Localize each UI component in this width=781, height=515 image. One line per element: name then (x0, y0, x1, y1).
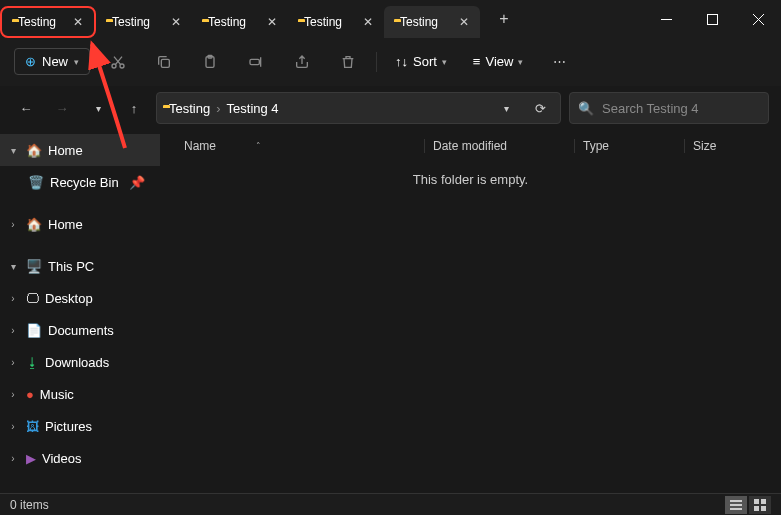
recent-button[interactable]: ▾ (84, 94, 112, 122)
sidebar-item-home-quick[interactable]: ▾ 🏠 Home (0, 134, 160, 166)
more-button[interactable]: ⋯ (541, 44, 577, 80)
tab-label: Testing (304, 15, 354, 29)
sidebar-item-label: Music (40, 387, 74, 402)
address-bar[interactable]: Testing › Testing 4 ▾ ⟳ (156, 92, 561, 124)
svg-rect-4 (161, 59, 169, 67)
close-icon[interactable]: ✕ (360, 14, 376, 30)
chevron-down-icon: ▾ (6, 145, 20, 156)
chevron-down-icon: ▾ (6, 261, 20, 272)
rename-button[interactable] (238, 44, 274, 80)
close-icon[interactable]: ✕ (456, 14, 472, 30)
sidebar-item-label: Downloads (45, 355, 109, 370)
col-label: Name (184, 139, 216, 153)
minimize-button[interactable] (643, 3, 689, 35)
col-type[interactable]: Type (574, 139, 684, 153)
svg-rect-14 (761, 506, 766, 511)
svg-rect-10 (730, 508, 742, 510)
search-input[interactable]: 🔍 Search Testing 4 (569, 92, 769, 124)
tab-2[interactable]: Testing ✕ (96, 6, 192, 38)
view-icon: ≡ (473, 54, 481, 69)
chevron-right-icon: › (6, 219, 20, 230)
sidebar-item-music[interactable]: › ● Music (0, 378, 160, 410)
svg-rect-8 (730, 500, 742, 502)
svg-rect-12 (761, 499, 766, 504)
sidebar-item-label: This PC (48, 259, 94, 274)
chevron-right-icon: › (6, 325, 20, 336)
sidebar-item-home[interactable]: › 🏠 Home (0, 208, 160, 240)
sort-button[interactable]: ↑↓ Sort ▾ (387, 49, 455, 74)
sort-label: Sort (413, 54, 437, 69)
close-button[interactable] (735, 3, 781, 35)
delete-button[interactable] (330, 44, 366, 80)
chevron-right-icon: › (216, 101, 220, 116)
sidebar-item-pictures[interactable]: › 🖼 Pictures (0, 410, 160, 442)
col-label: Type (583, 139, 609, 153)
pictures-icon: 🖼 (26, 419, 39, 434)
search-icon: 🔍 (578, 101, 594, 116)
sidebar-item-label: Documents (48, 323, 114, 338)
pc-icon: 🖥️ (26, 259, 42, 274)
chevron-right-icon: › (6, 357, 20, 368)
address-dropdown[interactable]: ▾ (492, 103, 520, 114)
sidebar-item-documents[interactable]: › 📄 Documents (0, 314, 160, 346)
svg-rect-11 (754, 499, 759, 504)
view-button[interactable]: ≡ View ▾ (465, 49, 532, 74)
up-button[interactable]: ↑ (120, 94, 148, 122)
share-button[interactable] (284, 44, 320, 80)
sort-asc-icon: ˄ (256, 141, 261, 151)
new-button[interactable]: ⊕ New ▾ (14, 48, 90, 75)
sidebar-item-label: Recycle Bin (50, 175, 119, 190)
crumb-1[interactable]: Testing (169, 101, 210, 116)
recycle-icon: 🗑️ (28, 175, 44, 190)
forward-button[interactable]: → (48, 94, 76, 122)
music-icon: ● (26, 387, 34, 402)
videos-icon: ▶ (26, 451, 36, 466)
cut-button[interactable] (100, 44, 136, 80)
home-icon: 🏠 (26, 217, 42, 232)
maximize-button[interactable] (689, 3, 735, 35)
status-bar: 0 items (0, 493, 781, 515)
tab-5[interactable]: Testing ✕ (384, 6, 480, 38)
window-controls (643, 3, 781, 35)
sidebar-item-label: Pictures (45, 419, 92, 434)
copy-button[interactable] (146, 44, 182, 80)
view-toggle (725, 496, 771, 514)
sidebar-item-videos[interactable]: › ▶ Videos (0, 442, 160, 474)
col-size[interactable]: Size (684, 139, 726, 153)
close-icon[interactable]: ✕ (264, 14, 280, 30)
col-date[interactable]: Date modified (424, 139, 574, 153)
paste-button[interactable] (192, 44, 228, 80)
crumb-2[interactable]: Testing 4 (227, 101, 279, 116)
icons-view-button[interactable] (749, 496, 771, 514)
tab-4[interactable]: Testing ✕ (288, 6, 384, 38)
new-tab-button[interactable]: + (488, 10, 520, 28)
tab-label: Testing (208, 15, 258, 29)
tab-3[interactable]: Testing ✕ (192, 6, 288, 38)
chevron-down-icon: ▾ (518, 57, 523, 67)
col-label: Size (693, 139, 716, 153)
col-label: Date modified (433, 139, 507, 153)
col-name[interactable]: Name ˄ (184, 139, 424, 153)
sidebar-item-label: Home (48, 217, 83, 232)
tab-label: Testing (400, 15, 450, 29)
sidebar-item-thispc[interactable]: ▾ 🖥️ This PC (0, 250, 160, 282)
column-headers: Name ˄ Date modified Type Size (160, 130, 781, 162)
sidebar-item-desktop[interactable]: › 🖵 Desktop (0, 282, 160, 314)
sidebar-item-recycle[interactable]: 🗑️ Recycle Bin 📌 (0, 166, 160, 198)
close-icon[interactable]: ✕ (70, 14, 86, 30)
details-view-button[interactable] (725, 496, 747, 514)
chevron-right-icon: › (6, 389, 20, 400)
tab-label: Testing (112, 15, 162, 29)
documents-icon: 📄 (26, 323, 42, 338)
chevron-down-icon: ▾ (442, 57, 447, 67)
refresh-button[interactable]: ⟳ (526, 101, 554, 116)
tab-label: Testing (18, 15, 64, 29)
tab-1[interactable]: Testing ✕ (0, 6, 96, 38)
svg-rect-7 (250, 59, 259, 64)
close-icon[interactable]: ✕ (168, 14, 184, 30)
desktop-icon: 🖵 (26, 291, 39, 306)
back-button[interactable]: ← (12, 94, 40, 122)
sidebar-item-downloads[interactable]: › ⭳ Downloads (0, 346, 160, 378)
breadcrumb: Testing › Testing 4 (169, 101, 486, 116)
sidebar: ▾ 🏠 Home 🗑️ Recycle Bin 📌 › 🏠 Home ▾ 🖥️ … (0, 130, 160, 493)
